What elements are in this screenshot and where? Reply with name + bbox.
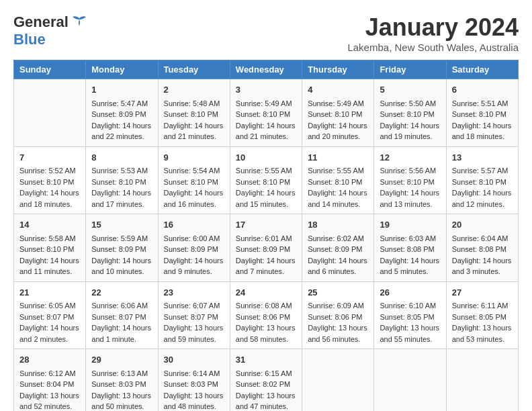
- calendar-cell: [374, 349, 446, 412]
- day-info: Sunset: 8:06 PM: [236, 312, 296, 323]
- day-info: and 18 minutes.: [452, 131, 513, 142]
- day-number: 7: [19, 151, 80, 165]
- day-info: and 18 minutes.: [19, 199, 80, 210]
- day-info: Daylight: 14 hours: [308, 255, 368, 267]
- day-info: and 11 minutes.: [19, 266, 80, 277]
- weekday-header: Wednesday: [230, 60, 302, 79]
- day-number: 19: [380, 218, 440, 232]
- day-info: Sunset: 8:10 PM: [452, 109, 513, 120]
- logo-bird-icon: [70, 15, 89, 30]
- logo: General Blue: [13, 13, 89, 49]
- day-number: 4: [308, 83, 368, 97]
- day-number: 1: [91, 83, 152, 97]
- day-info: and 3 minutes.: [452, 266, 513, 277]
- calendar-week-row: 21Sunrise: 6:05 AMSunset: 8:07 PMDayligh…: [14, 281, 519, 349]
- day-info: Sunrise: 5:47 AM: [91, 98, 152, 109]
- calendar-cell: 3Sunrise: 5:49 AMSunset: 8:10 PMDaylight…: [230, 79, 302, 147]
- day-info: Sunrise: 6:09 AM: [308, 300, 368, 312]
- calendar-cell: [14, 79, 86, 147]
- calendar-cell: 1Sunrise: 5:47 AMSunset: 8:09 PMDaylight…: [86, 79, 158, 147]
- day-info: Sunrise: 5:52 AM: [19, 165, 80, 177]
- calendar-week-row: 28Sunrise: 6:12 AMSunset: 8:04 PMDayligh…: [14, 349, 519, 412]
- weekday-header: Thursday: [302, 60, 374, 79]
- day-info: and 16 minutes.: [164, 199, 224, 210]
- day-info: Sunrise: 5:51 AM: [452, 98, 513, 109]
- day-number: 10: [236, 151, 296, 165]
- day-info: Daylight: 14 hours: [19, 322, 80, 334]
- day-number: 30: [164, 353, 224, 367]
- day-number: 14: [19, 218, 80, 232]
- calendar-cell: 31Sunrise: 6:15 AMSunset: 8:02 PMDayligh…: [230, 349, 302, 412]
- day-number: 8: [91, 151, 152, 165]
- day-info: Daylight: 14 hours: [452, 120, 513, 132]
- day-info: and 7 minutes.: [236, 266, 296, 277]
- calendar-week-row: 14Sunrise: 5:58 AMSunset: 8:10 PMDayligh…: [14, 214, 519, 282]
- day-info: Sunset: 8:07 PM: [164, 312, 224, 323]
- day-info: Daylight: 14 hours: [380, 120, 440, 132]
- day-info: Daylight: 14 hours: [380, 255, 440, 267]
- day-number: 27: [452, 286, 513, 300]
- day-info: and 12 minutes.: [452, 199, 513, 210]
- day-info: and 17 minutes.: [91, 199, 152, 210]
- day-info: Daylight: 14 hours: [308, 120, 368, 132]
- day-info: Sunset: 8:09 PM: [164, 244, 224, 255]
- day-info: Sunset: 8:10 PM: [164, 109, 224, 120]
- day-info: and 55 minutes.: [380, 334, 440, 345]
- day-info: and 5 minutes.: [380, 266, 440, 277]
- day-info: Daylight: 13 hours: [236, 390, 296, 402]
- day-info: Daylight: 14 hours: [308, 187, 368, 199]
- calendar-cell: 22Sunrise: 6:06 AMSunset: 8:07 PMDayligh…: [86, 281, 158, 349]
- day-info: Sunset: 8:10 PM: [19, 244, 80, 255]
- day-info: Sunset: 8:08 PM: [380, 244, 440, 255]
- day-info: Sunset: 8:07 PM: [91, 312, 152, 323]
- calendar-cell: 19Sunrise: 6:03 AMSunset: 8:08 PMDayligh…: [374, 214, 446, 282]
- day-info: Sunrise: 6:12 AM: [19, 368, 80, 379]
- weekday-header-row: SundayMondayTuesdayWednesdayThursdayFrid…: [14, 60, 519, 79]
- day-info: and 14 minutes.: [308, 199, 368, 210]
- calendar-cell: 26Sunrise: 6:10 AMSunset: 8:05 PMDayligh…: [374, 281, 446, 349]
- calendar-cell: 9Sunrise: 5:54 AMSunset: 8:10 PMDaylight…: [158, 146, 230, 214]
- day-info: Daylight: 13 hours: [164, 322, 224, 334]
- day-info: and 59 minutes.: [164, 334, 224, 345]
- day-info: Daylight: 14 hours: [164, 255, 224, 267]
- day-info: Daylight: 14 hours: [91, 120, 152, 132]
- weekday-header: Tuesday: [158, 60, 230, 79]
- day-info: Sunrise: 5:55 AM: [308, 165, 368, 177]
- day-number: 29: [91, 353, 152, 367]
- logo-text: General Blue: [13, 13, 89, 49]
- day-info: Sunrise: 5:54 AM: [164, 165, 224, 177]
- day-info: Sunset: 8:05 PM: [452, 312, 513, 323]
- day-info: Daylight: 13 hours: [380, 322, 440, 334]
- weekday-header: Saturday: [446, 60, 518, 79]
- calendar-cell: 2Sunrise: 5:48 AMSunset: 8:10 PMDaylight…: [158, 79, 230, 147]
- month-title: January 2024: [347, 13, 519, 42]
- calendar-table: SundayMondayTuesdayWednesdayThursdayFrid…: [13, 60, 519, 411]
- day-info: and 20 minutes.: [308, 131, 368, 142]
- calendar-cell: 29Sunrise: 6:13 AMSunset: 8:03 PMDayligh…: [86, 349, 158, 412]
- day-info: Sunrise: 5:57 AM: [452, 165, 513, 177]
- day-info: Sunrise: 5:55 AM: [236, 165, 296, 177]
- day-info: and 9 minutes.: [164, 266, 224, 277]
- day-info: Sunrise: 5:49 AM: [236, 98, 296, 109]
- calendar-cell: 27Sunrise: 6:11 AMSunset: 8:05 PMDayligh…: [446, 281, 518, 349]
- day-info: and 56 minutes.: [308, 334, 368, 345]
- day-info: Sunset: 8:10 PM: [380, 109, 440, 120]
- day-number: 22: [91, 286, 152, 300]
- weekday-header: Friday: [374, 60, 446, 79]
- weekday-header: Sunday: [14, 60, 86, 79]
- calendar-cell: 16Sunrise: 6:00 AMSunset: 8:09 PMDayligh…: [158, 214, 230, 282]
- day-info: Daylight: 13 hours: [19, 390, 80, 402]
- day-info: Sunrise: 6:06 AM: [91, 300, 152, 312]
- day-info: and 6 minutes.: [308, 266, 368, 277]
- day-info: Sunset: 8:10 PM: [452, 177, 513, 188]
- day-info: Sunrise: 6:02 AM: [308, 233, 368, 244]
- day-info: Daylight: 14 hours: [91, 187, 152, 199]
- day-info: Sunset: 8:10 PM: [236, 177, 296, 188]
- day-number: 15: [91, 218, 152, 232]
- calendar-cell: 28Sunrise: 6:12 AMSunset: 8:04 PMDayligh…: [14, 349, 86, 412]
- calendar-cell: 20Sunrise: 6:04 AMSunset: 8:08 PMDayligh…: [446, 214, 518, 282]
- calendar-cell: 13Sunrise: 5:57 AMSunset: 8:10 PMDayligh…: [446, 146, 518, 214]
- day-info: and 21 minutes.: [236, 131, 296, 142]
- day-number: 21: [19, 286, 80, 300]
- day-info: Sunset: 8:03 PM: [91, 379, 152, 390]
